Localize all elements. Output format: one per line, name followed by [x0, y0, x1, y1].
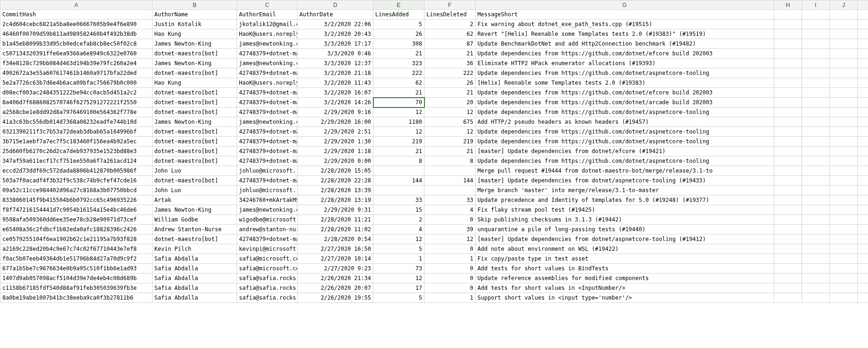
cell-I-11[interactable] — [802, 107, 830, 117]
cell-E-24[interactable]: 12 — [373, 234, 424, 244]
cell-F-10[interactable]: 20 — [424, 98, 476, 107]
cell-B-30[interactable]: Safia Abdalla — [152, 293, 237, 303]
cell-E-8[interactable]: 62 — [373, 78, 424, 88]
cell-C-28[interactable]: safia@safia.rocks — [237, 274, 298, 283]
cell-K-2[interactable] — [858, 20, 868, 29]
cell-E-3[interactable]: 26 — [373, 29, 424, 39]
cell-K-14[interactable] — [858, 137, 868, 147]
cell-J-7[interactable] — [830, 68, 858, 78]
cell-K-10[interactable] — [858, 98, 868, 107]
cell-F-11[interactable]: 12 — [424, 107, 476, 117]
cell-H-23[interactable] — [774, 225, 802, 234]
cell-B-4[interactable]: James Newton-King — [152, 39, 237, 49]
header-cell-A[interactable]: CommitHash — [0, 10, 152, 20]
cell-H-10[interactable] — [774, 98, 802, 107]
cell-I-3[interactable] — [802, 29, 830, 39]
cell-K-15[interactable] — [858, 147, 868, 156]
cell-G-14[interactable]: Update dependencies from https://github.… — [476, 137, 774, 147]
cell-C-23[interactable]: andrew@stanton-nur — [237, 225, 298, 234]
cell-B-17[interactable]: John Luo — [152, 166, 237, 176]
cell-B-26[interactable]: Safia Abdalla — [152, 254, 237, 264]
cell-J-8[interactable] — [830, 78, 858, 88]
cell-J-20[interactable] — [830, 195, 858, 205]
cell-A-24[interactable]: ce0579255104f6ea1902b62c1e21195a7b93f828 — [0, 234, 152, 244]
cell-E-2[interactable]: 5 — [373, 20, 424, 29]
header-cell-I[interactable] — [802, 10, 830, 20]
cell-K-12[interactable] — [858, 117, 868, 127]
cell-C-11[interactable]: 42748379+dotnet-ma — [237, 107, 298, 117]
cell-H-17[interactable] — [774, 166, 802, 176]
cell-A-5[interactable]: c507134320391ffe6ea9366a6e8949c6322e0760 — [0, 49, 152, 59]
cell-E-22[interactable]: 2 — [373, 215, 424, 225]
cell-C-6[interactable]: james@newtonking.c — [237, 59, 298, 68]
cell-H-22[interactable] — [774, 215, 802, 225]
cell-J-17[interactable] — [830, 166, 858, 176]
cell-F-24[interactable]: 12 — [424, 234, 476, 244]
cell-K-7[interactable] — [858, 68, 868, 78]
cell-J-3[interactable] — [830, 29, 858, 39]
cell-I-4[interactable] — [802, 39, 830, 49]
cell-C-14[interactable]: 42748379+dotnet-ma — [237, 137, 298, 147]
column-header-H[interactable]: H — [774, 0, 802, 10]
cell-F-2[interactable]: 2 — [424, 20, 476, 29]
cell-G-19[interactable]: Merge branch 'master' into merge/release… — [476, 186, 774, 195]
cell-K-28[interactable] — [858, 274, 868, 283]
cell-H-30[interactable] — [774, 293, 802, 303]
cell-C-8[interactable]: HaoK@users.noreply — [237, 78, 298, 88]
cell-D-12[interactable]: 2/29/2020 16:00 — [298, 117, 373, 127]
cell-A-18[interactable]: 503a7f0acadf4f3b32f9c538c74b9cfef47cde16 — [0, 176, 152, 186]
cell-K-6[interactable] — [858, 59, 868, 68]
cell-C-16[interactable]: 42748379+dotnet-ma — [237, 156, 298, 166]
cell-J-26[interactable] — [830, 254, 858, 264]
cell-G-4[interactable]: Update BenchmarkDotNet and add Http2Conn… — [476, 39, 774, 49]
cell-J-10[interactable] — [830, 98, 858, 107]
cell-D-20[interactable]: 2/28/2020 13:19 — [298, 195, 373, 205]
cell-C-17[interactable]: johluo@microsoft. — [237, 166, 298, 176]
cell-C-22[interactable]: wigodbe@microsoft. — [237, 215, 298, 225]
cell-A-25[interactable]: a2169c228ed20b4c9e67c74c02f67710443e7ef8 — [0, 244, 152, 254]
cell-F-14[interactable]: 219 — [424, 137, 476, 147]
cell-J-5[interactable] — [830, 49, 858, 59]
cell-E-20[interactable]: 33 — [373, 195, 424, 205]
cell-I-14[interactable] — [802, 137, 830, 147]
cell-C-27[interactable]: safia@microsoft.co — [237, 264, 298, 274]
cell-F-23[interactable]: 39 — [424, 225, 476, 234]
cell-K-19[interactable] — [858, 186, 868, 195]
cell-D-30[interactable]: 2/26/2020 19:55 — [298, 293, 373, 303]
cell-B-3[interactable]: Hao Kung — [152, 29, 237, 39]
cell-I-12[interactable] — [802, 117, 830, 127]
cell-E-9[interactable]: 21 — [373, 88, 424, 98]
cell-I-26[interactable] — [802, 254, 830, 264]
cell-H-6[interactable] — [774, 59, 802, 68]
cell-D-27[interactable]: 2/27/2020 9:23 — [298, 264, 373, 274]
cell-J-23[interactable] — [830, 225, 858, 234]
cell-C-18[interactable]: 42748379+dotnet-ma — [237, 176, 298, 186]
cell-F-13[interactable]: 12 — [424, 127, 476, 137]
cell-B-2[interactable]: Justin Kotalik — [152, 20, 237, 29]
cell-C-19[interactable]: johluo@microsoft. — [237, 186, 298, 195]
cell-K-11[interactable] — [858, 107, 868, 117]
cell-I-21[interactable] — [802, 205, 830, 215]
cell-F-7[interactable]: 222 — [424, 68, 476, 78]
cell-K-5[interactable] — [858, 49, 868, 59]
cell-C-7[interactable]: 42748379+dotnet-ma — [237, 68, 298, 78]
cell-E-12[interactable]: 1180 — [373, 117, 424, 127]
cell-H-7[interactable] — [774, 68, 802, 78]
cell-G-26[interactable]: Fix copy/paste type in test asset — [476, 254, 774, 264]
cell-D-2[interactable]: 3/2/2020 22:06 — [298, 20, 373, 29]
cell-I-10[interactable] — [802, 98, 830, 107]
cell-D-17[interactable]: 2/28/2020 15:05 — [298, 166, 373, 176]
cell-H-4[interactable] — [774, 39, 802, 49]
cell-K-24[interactable] — [858, 234, 868, 244]
cell-F-15[interactable]: 21 — [424, 147, 476, 156]
cell-B-16[interactable]: dotnet-maestro[bot] — [152, 156, 237, 166]
cell-I-29[interactable] — [802, 283, 830, 293]
cell-A-13[interactable]: 0321390211f3c7b53a72deab3dbab65a164996bf — [0, 127, 152, 137]
cell-D-25[interactable]: 2/27/2020 16:50 — [298, 244, 373, 254]
cell-I-18[interactable] — [802, 176, 830, 186]
cell-B-28[interactable]: Safia Abdalla — [152, 274, 237, 283]
cell-C-24[interactable]: 42748379+dotnet-ma — [237, 234, 298, 244]
cell-E-25[interactable]: 5 — [373, 244, 424, 254]
cell-D-7[interactable]: 3/2/2020 21:18 — [298, 68, 373, 78]
cell-B-8[interactable]: Hao Kung — [152, 78, 237, 88]
